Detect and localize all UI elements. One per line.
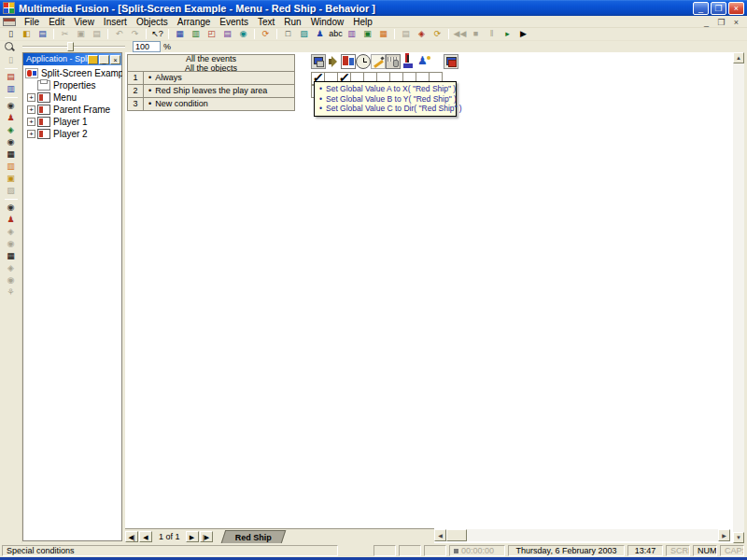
timer-icon[interactable] xyxy=(356,54,371,69)
create-new-objects-icon[interactable] xyxy=(371,54,386,69)
sound-icon[interactable] xyxy=(326,54,341,69)
tree-item-player-2[interactable]: + Player 2 xyxy=(25,128,121,140)
event-editor-button[interactable]: ◰ xyxy=(204,28,218,40)
tree-item-menu[interactable]: + Menu xyxy=(25,91,121,104)
tree-item-properties[interactable]: Properties xyxy=(25,79,121,91)
horizontal-scrollbar[interactable]: ◀ ▶ xyxy=(434,529,730,541)
event-condition[interactable]: •New condition xyxy=(144,98,295,111)
side-icon-run2[interactable]: ♟ xyxy=(4,214,19,226)
side-icon-storyboard[interactable]: ▤ xyxy=(4,71,19,83)
scroll-up-button[interactable]: ▲ xyxy=(733,52,744,63)
menu-text[interactable]: Text xyxy=(253,16,279,28)
restore-button[interactable]: ❐ xyxy=(711,2,726,15)
mdi-restore-button[interactable]: ❐ xyxy=(715,17,727,27)
redo-button[interactable]: ↷ xyxy=(128,28,142,40)
storyboard-controls-icon[interactable] xyxy=(341,54,356,69)
expand-icon[interactable]: + xyxy=(27,118,35,126)
scrollbar-thumb[interactable] xyxy=(446,529,467,541)
grayed-tool-2[interactable]: ◈ xyxy=(415,28,429,40)
side-icon-zoom2[interactable]: ◈ xyxy=(4,124,19,136)
vertical-scrollbar[interactable]: ▲ ▼ xyxy=(733,52,744,543)
save-button[interactable]: ▤ xyxy=(35,28,49,40)
special-conditions-icon[interactable] xyxy=(311,54,326,69)
menu-window[interactable]: Window xyxy=(306,16,349,28)
context-help-button[interactable]: ↖? xyxy=(150,28,164,40)
side-icon-frameview[interactable]: ▥ xyxy=(4,161,19,173)
event-row-3[interactable]: 3 •New condition xyxy=(127,98,295,111)
event-row-1[interactable]: 1 •Always xyxy=(127,72,295,85)
workspace-close-button[interactable]: × xyxy=(110,55,120,64)
open-button[interactable]: ◧ xyxy=(20,28,34,40)
side-icon-list[interactable]: ▨ xyxy=(4,185,19,197)
last-frame-button[interactable]: |▶ xyxy=(200,531,213,542)
scroll-left-button[interactable]: ◀ xyxy=(434,529,446,541)
menu-file[interactable]: File xyxy=(20,16,44,28)
rotate-button[interactable]: ⟳ xyxy=(259,28,273,40)
undo-button[interactable]: ↶ xyxy=(112,28,126,40)
rewind-button[interactable]: ◀◀ xyxy=(453,28,467,40)
refresh-button[interactable]: ⟳ xyxy=(430,28,444,40)
side-icon-run[interactable]: ♟ xyxy=(4,112,19,124)
pause-button[interactable]: ‖ xyxy=(485,28,499,40)
side-icon-zoom8[interactable]: ◉ xyxy=(4,274,19,287)
close-button[interactable]: × xyxy=(728,2,744,15)
menu-arrange[interactable]: Arrange xyxy=(173,16,216,28)
side-icon-grid2[interactable]: ▦ xyxy=(4,250,19,262)
run-application-button[interactable]: ♟ xyxy=(313,28,327,40)
copy-button[interactable]: ▣ xyxy=(74,28,88,40)
first-frame-button[interactable]: ◀| xyxy=(125,531,138,542)
zoom-input[interactable] xyxy=(133,41,161,52)
menu-events[interactable]: Events xyxy=(215,16,253,28)
side-icon-zoom1[interactable]: ◉ xyxy=(4,100,19,112)
menu-edit[interactable]: Edit xyxy=(44,16,69,28)
event-condition[interactable]: •Always xyxy=(144,72,295,85)
pin-button[interactable] xyxy=(88,55,98,64)
side-icon-zoom7[interactable]: ◈ xyxy=(4,262,19,274)
red-ship-object-icon[interactable] xyxy=(444,54,458,69)
side-icon-zoom6[interactable]: ◉ xyxy=(4,238,19,250)
keyboard-mouse-icon[interactable] xyxy=(386,54,401,69)
event-list-editor-button[interactable]: ▤ xyxy=(220,28,234,40)
scroll-right-button[interactable]: ▶ xyxy=(718,529,730,541)
menu-objects[interactable]: Objects xyxy=(132,16,173,28)
spell-check-button[interactable]: abc xyxy=(329,28,343,40)
zoom-slider-thumb[interactable] xyxy=(67,42,74,51)
side-icon-misc[interactable]: ⚘ xyxy=(4,287,19,299)
side-icon-zoom4[interactable]: ◉ xyxy=(4,202,19,214)
tree-item-parent-frame[interactable]: + Parent Frame xyxy=(25,104,121,116)
play-button[interactable]: ▶ xyxy=(516,28,530,40)
mdi-minimize-button[interactable]: _ xyxy=(700,17,712,27)
chart-button[interactable]: ▨ xyxy=(297,28,311,40)
expand-icon[interactable]: + xyxy=(27,105,35,114)
workspace-caption-bar[interactable]: Application - Split-... _ × xyxy=(23,53,121,65)
workspace-minimize-button[interactable]: _ xyxy=(99,55,109,64)
new-button[interactable]: ▯ xyxy=(4,28,18,40)
menu-view[interactable]: View xyxy=(69,16,99,28)
mdi-close-button[interactable]: × xyxy=(730,17,742,27)
side-icon-zoom5[interactable]: ◈ xyxy=(4,226,19,238)
side-icon-frame[interactable]: ▥ xyxy=(4,83,19,95)
stop-button[interactable]: ■ xyxy=(469,28,483,40)
tree-item-application[interactable]: Split-Screen Example xyxy=(25,67,121,79)
tree-item-player-1[interactable]: + Player 1 xyxy=(25,116,121,128)
prev-frame-button[interactable]: ◀ xyxy=(139,531,152,542)
side-icon-objview[interactable]: ▣ xyxy=(4,173,19,185)
album-button[interactable]: ▦ xyxy=(376,28,390,40)
active-object-icon[interactable] xyxy=(416,54,430,69)
menu-help[interactable]: Help xyxy=(348,16,377,28)
run-frame-button[interactable]: ▸ xyxy=(500,28,514,40)
frame-editor-button[interactable]: ▥ xyxy=(189,28,203,40)
mdi-child-icon[interactable] xyxy=(3,18,16,26)
movie-button[interactable]: ▥ xyxy=(345,28,359,40)
event-row-2[interactable]: 2 •Red Ship leaves the play area xyxy=(127,85,295,98)
player-1-icon[interactable] xyxy=(401,54,416,69)
preferences-button[interactable]: □ xyxy=(281,28,295,40)
storyboard-editor-button[interactable]: ▦ xyxy=(173,28,187,40)
paste-button[interactable]: ▤ xyxy=(90,28,104,40)
cut-button[interactable]: ✂ xyxy=(58,28,72,40)
minimize-button[interactable]: _ xyxy=(693,2,709,15)
data-elements-button[interactable]: ◉ xyxy=(236,28,250,40)
menu-insert[interactable]: Insert xyxy=(99,16,132,28)
grayed-tool-1[interactable]: ▤ xyxy=(399,28,413,40)
zoom-slider[interactable] xyxy=(22,42,125,51)
